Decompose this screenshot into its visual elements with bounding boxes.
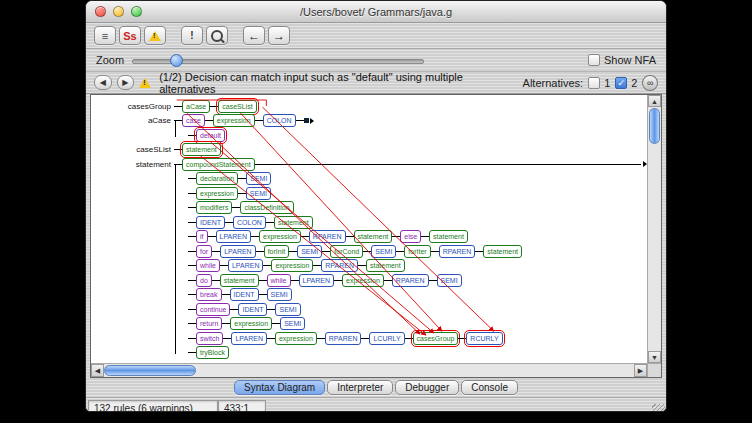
horizontal-scrollbar-thumb[interactable] — [104, 365, 196, 376]
diagram-node-statement[interactable]: statement — [366, 259, 405, 272]
back-button[interactable]: ← — [243, 26, 265, 45]
diagram-node-case[interactable]: case — [182, 114, 205, 127]
diagram-node-expression[interactable]: expression — [259, 230, 301, 243]
tab-syntax-diagram[interactable]: Syntax Diagram — [234, 380, 325, 395]
ideas-button[interactable]: ! — [181, 26, 203, 45]
diagram-node-forInit[interactable]: forInit — [264, 245, 290, 258]
tab-console[interactable]: Console — [461, 380, 518, 395]
diagram-node-tryBlock[interactable]: tryBlock — [196, 346, 229, 359]
diagram-node-RPAREN[interactable]: RPAREN — [439, 245, 476, 258]
diagram-node-classDefinition[interactable]: classDefinition — [240, 201, 293, 214]
diagram-node-casesGroup[interactable]: casesGroup — [413, 332, 459, 345]
zoom-slider-thumb[interactable] — [170, 54, 183, 67]
diagram-node-expression[interactable]: expression — [213, 114, 255, 127]
diagram-node-modifiers[interactable]: modifiers — [196, 201, 232, 214]
previous-warning-button[interactable]: ◀ — [94, 75, 112, 90]
diagram-node-compoundStatement[interactable]: compoundStatement — [182, 158, 255, 171]
show-nfa-checkbox[interactable] — [588, 54, 600, 66]
diagram-node-declaration[interactable]: declaration — [196, 172, 238, 185]
sort-rules-button[interactable]: ≡ — [94, 26, 116, 45]
diagram-node-LCURLY[interactable]: LCURLY — [369, 332, 404, 345]
scroll-right-arrow[interactable]: ▶ — [634, 364, 647, 377]
next-warning-button[interactable]: ▶ — [117, 75, 135, 90]
diagram-node-statement[interactable]: statement — [483, 245, 522, 258]
diagram-node-while[interactable]: while — [196, 259, 220, 272]
diagram-node-expression[interactable]: expression — [196, 187, 238, 200]
diagram-node-expression[interactable]: expression — [230, 317, 272, 330]
diagram-node-aCase[interactable]: aCase — [182, 100, 210, 113]
diagram-node-SEMI[interactable]: SEMI — [246, 172, 271, 185]
alternative-1-label: 1 — [604, 77, 610, 89]
diagram-node-RPAREN[interactable]: RPAREN — [321, 259, 358, 272]
vertical-scrollbar[interactable]: ▲ ▼ — [647, 95, 661, 363]
diagram-node-LPAREN[interactable]: LPAREN — [228, 259, 264, 272]
diagram-node-SEMI[interactable]: SEMI — [371, 245, 396, 258]
diagram-node-do[interactable]: do — [196, 274, 212, 287]
diagram-node-statement[interactable]: statement — [274, 216, 313, 229]
diagram-node-else[interactable]: else — [400, 230, 421, 243]
diagram-node-LPAREN[interactable]: LPAREN — [216, 230, 252, 243]
diagram-node-forIter[interactable]: forIter — [404, 245, 430, 258]
ideas-label: ! — [190, 30, 193, 41]
scroll-down-arrow[interactable]: ▼ — [648, 351, 661, 363]
diagram-node-IDENT[interactable]: IDENT — [238, 303, 267, 316]
diagram-node-expression[interactable]: expression — [271, 259, 313, 272]
diagram-node-SEMI[interactable]: SEMI — [267, 288, 292, 301]
find-button[interactable] — [206, 26, 228, 45]
diagram-node-LPAREN[interactable]: LPAREN — [220, 245, 256, 258]
diagram-node-COLON[interactable]: COLON — [233, 216, 266, 229]
scroll-up-arrow[interactable]: ▲ — [648, 95, 661, 107]
tab-interpreter[interactable]: Interpreter — [327, 380, 393, 395]
diagram-node-statement[interactable]: statement — [182, 143, 221, 156]
diagram-node-SEMI[interactable]: SEMI — [280, 317, 305, 330]
diagram-node-SEMI[interactable]: SEMI — [246, 187, 271, 200]
close-button[interactable] — [95, 6, 106, 17]
forward-button[interactable]: → — [268, 26, 290, 45]
diagram-node-SEMI[interactable]: SEMI — [297, 245, 322, 258]
alternative-2-checkbox[interactable]: ✓ — [615, 77, 627, 89]
zoom-slider[interactable] — [132, 54, 424, 67]
diagram-node-LPAREN[interactable]: LPAREN — [299, 274, 335, 287]
diagram-node-SEMI[interactable]: SEMI — [275, 303, 300, 316]
tab-debugger[interactable]: Debugger — [395, 380, 459, 395]
diagram-node-switch[interactable]: switch — [196, 332, 223, 345]
diagram-node-COLON[interactable]: COLON — [263, 114, 296, 127]
diagram-node-LPAREN[interactable]: LPAREN — [231, 332, 267, 345]
diagram-node-statement[interactable]: statement — [429, 230, 468, 243]
link-alternatives-button[interactable]: ∞ — [642, 75, 658, 91]
diagram-node-if[interactable]: if — [196, 230, 208, 243]
syntax-coloring-button[interactable]: Ss — [119, 26, 141, 45]
show-nfa-label: Show NFA — [604, 54, 656, 66]
zoom-window-button[interactable] — [131, 6, 142, 17]
diagram-node-SEMI[interactable]: SEMI — [437, 274, 462, 287]
connector-line — [267, 309, 275, 310]
diagram-node-expression[interactable]: expression — [275, 332, 317, 345]
diagram-node-caseSList[interactable]: caseSList — [218, 100, 256, 113]
diagram-node-break[interactable]: break — [196, 288, 222, 301]
vertical-scrollbar-thumb[interactable] — [649, 108, 660, 144]
minimize-button[interactable] — [113, 6, 124, 17]
diagram-node-return[interactable]: return — [196, 317, 222, 330]
diagram-node-default[interactable]: default — [196, 129, 225, 142]
forward-arrow-icon: → — [273, 30, 285, 42]
diagram-node-continue[interactable]: continue — [196, 303, 230, 316]
diagram-node-RPAREN[interactable]: RPAREN — [392, 274, 429, 287]
horizontal-scrollbar[interactable]: ◀ ▶ — [91, 363, 647, 377]
diagram-node-forCond[interactable]: forCond — [330, 245, 363, 258]
diagram-node-while[interactable]: while — [267, 274, 291, 287]
diagram-node-IDENT[interactable]: IDENT — [196, 216, 225, 229]
scroll-left-arrow[interactable]: ◀ — [91, 364, 104, 377]
diagram-node-for[interactable]: for — [196, 245, 212, 258]
syntax-diagram-canvas[interactable]: casesGroupaCasecaseSListaCasecaseexpress… — [90, 94, 662, 378]
alternative-1-checkbox[interactable] — [588, 77, 600, 89]
connector-line — [232, 207, 240, 208]
diagram-node-RCURLY[interactable]: RCURLY — [466, 332, 502, 345]
diagram-node-statement[interactable]: statement — [220, 274, 259, 287]
diagram-node-statement[interactable]: statement — [354, 230, 393, 243]
show-warnings-button[interactable] — [144, 26, 166, 45]
diagram-node-RPAREN[interactable]: RPAREN — [309, 230, 346, 243]
diagram-node-RPAREN[interactable]: RPAREN — [325, 332, 362, 345]
diagram-node-IDENT[interactable]: IDENT — [230, 288, 259, 301]
diagram-node-expression[interactable]: expression — [342, 274, 384, 287]
resize-grip[interactable] — [652, 404, 665, 412]
